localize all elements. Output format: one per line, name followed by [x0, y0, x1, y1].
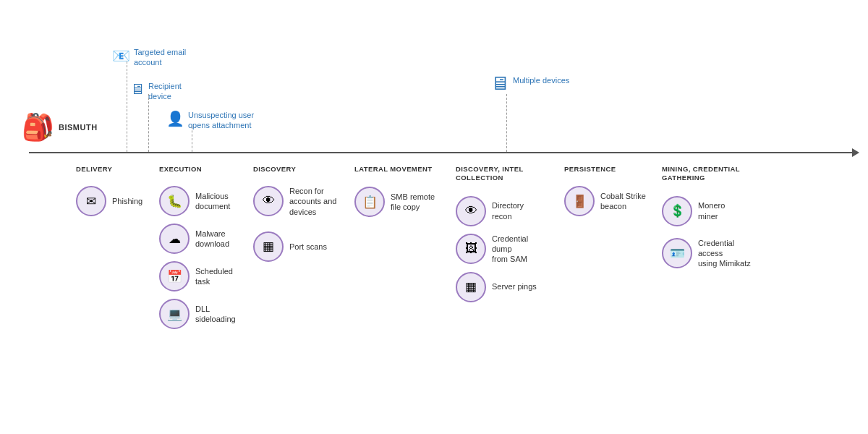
actor-label: BISMUTH: [59, 123, 98, 132]
malicious-doc-label: Maliciousdocument: [195, 191, 230, 212]
item-port-scans: ▦ Port scans: [253, 231, 354, 262]
phase-persistence: PERSISTENCE 🚪 Cobalt Strikebeacon: [564, 158, 662, 329]
vline-1: [127, 61, 127, 152]
diagram: 🎒 BISMUTH 📧 Targeted emailaccount 🖥 Reci…: [0, 0, 868, 434]
discovery-intel-items: 👁 Directoryrecon 🖼 Credentialdumpfrom SA…: [456, 196, 564, 302]
recon-accounts-label: Recon foraccounts anddevices: [289, 186, 336, 217]
timeline: [29, 152, 854, 153]
smb-remote-icon: 📋: [354, 187, 385, 217]
item-smb-remote: 📋 SMB remotefile copy: [354, 187, 456, 217]
item-malware-download: ☁ Malwaredownload: [159, 224, 253, 254]
item-scheduled-task: 📅 Scheduledtask: [159, 261, 253, 292]
mining-credential-items: 💲 Monerominer 🪪 Credentialaccessusing Mi…: [662, 196, 864, 269]
credential-dump-label: Credentialdumpfrom SAM: [492, 234, 528, 265]
item-cobalt-strike: 🚪 Cobalt Strikebeacon: [564, 186, 662, 216]
item-directory-recon: 👁 Directoryrecon: [456, 196, 564, 226]
malware-download-label: Malwaredownload: [195, 229, 229, 250]
phase-delivery-label: DELIVERY: [76, 165, 159, 173]
dll-sideloading-icon: 💻: [159, 299, 190, 329]
directory-recon-label: Directoryrecon: [492, 200, 524, 221]
credential-access-icon: 🪪: [662, 238, 692, 268]
discovery-items: 👁 Recon foraccounts anddevices ▦ Port sc…: [253, 186, 354, 262]
server-pings-icon: ▦: [456, 272, 486, 302]
annotation-unsuspecting-user: 👤 Unsuspecting useropens attachment: [166, 110, 254, 131]
phase-discovery-intel-label: DISCOVERY, INTELCOLLECTION: [456, 165, 564, 183]
phase-mining-credential: MINING, CREDENTIALGATHERING 💲 Moneromine…: [662, 158, 864, 329]
unsuspecting-user-label: Unsuspecting useropens attachment: [188, 110, 254, 131]
actor-icon: 🎒: [22, 112, 54, 142]
phase-mining-credential-label: MINING, CREDENTIALGATHERING: [662, 165, 864, 183]
port-scans-icon: ▦: [253, 231, 284, 262]
actor: 🎒 BISMUTH: [22, 112, 98, 142]
phase-discovery-label: DISCOVERY: [253, 165, 354, 173]
port-scans-label: Port scans: [289, 242, 327, 252]
item-server-pings: ▦ Server pings: [456, 272, 564, 302]
targeted-email-label: Targeted emailaccount: [134, 47, 186, 68]
annotation-targeted-email: 📧 Targeted emailaccount: [112, 47, 186, 68]
phase-persistence-label: PERSISTENCE: [564, 165, 662, 173]
unsuspecting-user-icon: 👤: [166, 110, 184, 127]
targeted-email-icon: 📧: [112, 47, 130, 64]
directory-recon-icon: 👁: [456, 196, 486, 226]
vline-4: [506, 94, 507, 152]
malicious-doc-icon: 🐛: [159, 186, 190, 216]
phase-execution-label: EXECUTION: [159, 165, 253, 173]
phase-lateral-movement: LATERAL MOVEMENT 📋 SMB remotefile copy: [354, 158, 456, 329]
item-dll-sideloading: 💻 DLLsideloading: [159, 299, 253, 329]
credential-access-label: Credentialaccessusing Mimikatz: [698, 238, 751, 269]
cobalt-strike-label: Cobalt Strikebeacon: [600, 191, 646, 212]
multiple-devices-icon: 🖥: [490, 72, 509, 95]
scheduled-task-label: Scheduledtask: [195, 266, 233, 287]
item-phishing: ✉ Phishing: [76, 186, 159, 216]
item-malicious-doc: 🐛 Maliciousdocument: [159, 186, 253, 216]
phishing-label: Phishing: [112, 196, 142, 206]
item-credential-access: 🪪 Credentialaccessusing Mimikatz: [662, 238, 864, 269]
execution-items: 🐛 Maliciousdocument ☁ Malwaredownload 📅 …: [159, 186, 253, 329]
monero-miner-label: Monerominer: [698, 200, 725, 221]
phase-discovery-intel: DISCOVERY, INTELCOLLECTION 👁 Directoryre…: [456, 158, 564, 329]
annotation-multiple-devices: 🖥 Multiple devices: [490, 72, 569, 95]
item-recon-accounts: 👁 Recon foraccounts anddevices: [253, 186, 354, 217]
multiple-devices-label: Multiple devices: [513, 72, 569, 85]
phase-delivery: DELIVERY ✉ Phishing: [76, 158, 159, 329]
malware-download-icon: ☁: [159, 224, 190, 254]
phase-discovery: DISCOVERY 👁 Recon foraccounts anddevices…: [253, 158, 354, 329]
monero-miner-icon: 💲: [662, 196, 692, 226]
item-credential-dump: 🖼 Credentialdumpfrom SAM: [456, 234, 564, 265]
smb-remote-label: SMB remotefile copy: [391, 192, 435, 213]
phase-lateral-movement-label: LATERAL MOVEMENT: [354, 165, 456, 174]
phishing-icon: ✉: [76, 186, 106, 216]
scheduled-task-icon: 📅: [159, 261, 190, 292]
vline-3: [192, 127, 192, 152]
recipient-device-label: Recipientdevice: [148, 81, 182, 102]
cobalt-strike-icon: 🚪: [564, 186, 595, 216]
phase-execution: EXECUTION 🐛 Maliciousdocument ☁ Malwared…: [159, 158, 253, 329]
annotation-recipient-device: 🖥 Recipientdevice: [130, 81, 182, 102]
dll-sideloading-label: DLLsideloading: [195, 304, 236, 325]
server-pings-label: Server pings: [492, 281, 537, 292]
vline-2: [148, 94, 149, 152]
recon-accounts-icon: 👁: [253, 186, 284, 216]
phases-container: DELIVERY ✉ Phishing EXECUTION 🐛 Maliciou…: [76, 158, 864, 329]
credential-dump-icon: 🖼: [456, 234, 486, 264]
recipient-device-icon: 🖥: [130, 81, 145, 98]
item-monero-miner: 💲 Monerominer: [662, 196, 864, 226]
